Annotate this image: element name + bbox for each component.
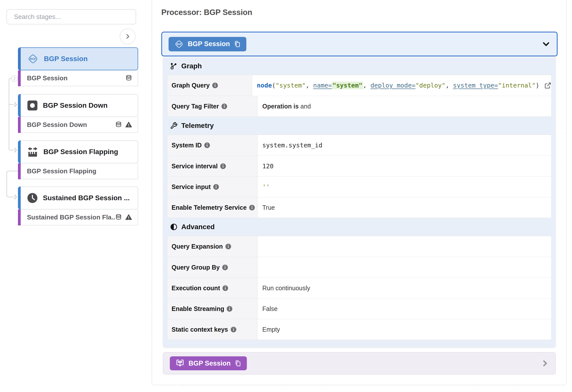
processor-output-strip[interactable]: BGP Session <box>163 352 556 375</box>
info-icon[interactable] <box>225 243 231 250</box>
section-title: Advanced <box>181 223 215 231</box>
info-icon[interactable] <box>204 142 210 148</box>
subrow-accent-bar <box>18 209 21 225</box>
service-interval-value: 120 <box>258 156 551 176</box>
external-link-icon[interactable] <box>544 82 551 89</box>
row-label: Execution count <box>172 285 220 292</box>
graph-query-value: node("system", name="system", deploy_mod… <box>252 75 551 96</box>
stage-card-sustained-bgp-session[interactable]: Sustained BGP Session ... <box>18 187 138 209</box>
database-icon <box>125 75 132 82</box>
processor-header[interactable]: BGP BGP Session <box>161 32 558 56</box>
telemetry-rows: System ID system.system_id Service inter… <box>167 135 552 218</box>
row-label: Graph Query <box>172 82 210 89</box>
graph-query-code: node("system", name="system", deploy_mod… <box>257 82 539 89</box>
enable-telemetry-value: True <box>258 197 551 218</box>
row-enable-streaming: Enable Streaming False <box>167 298 551 319</box>
stage-subrow-bgp-session[interactable]: BGP Session <box>18 70 138 86</box>
record-icon <box>27 100 38 111</box>
processor-chip-button[interactable]: BGP BGP Session <box>169 37 246 51</box>
row-label: Static context keys <box>172 326 228 333</box>
row-enable-telemetry-service: Enable Telemetry Service True <box>167 197 551 218</box>
output-chip-label: BGP Session <box>189 360 231 367</box>
stage-subrow-sustained-bgp-session[interactable]: Sustained BGP Session Fla... <box>18 209 138 225</box>
row-execution-count: Execution count Run continuously <box>167 278 551 298</box>
stage-title: BGP Session <box>44 55 88 63</box>
row-label: System ID <box>172 142 202 149</box>
chevron-right-icon[interactable] <box>541 359 549 367</box>
database-icon <box>115 214 122 221</box>
info-icon[interactable] <box>222 285 228 291</box>
stage-subrow-bgp-session-flapping[interactable]: BGP Session Flapping <box>18 163 138 179</box>
stage-title: BGP Session Flapping <box>43 148 118 156</box>
row-label: Query Tag Filter <box>172 103 219 110</box>
row-service-interval: Service interval 120 <box>167 156 551 176</box>
info-icon[interactable] <box>221 103 227 109</box>
row-label: Enable Streaming <box>172 305 224 312</box>
stage-card-bgp-session-down[interactable]: BGP Session Down <box>18 94 138 117</box>
subrow-label: Sustained BGP Session Fla... <box>27 213 115 221</box>
info-icon[interactable] <box>226 306 233 312</box>
row-label-cell: Execution count <box>167 278 258 298</box>
processor-detail-panel: Processor: BGP Session BGP BGP Session <box>152 0 567 385</box>
page-title: Processor: BGP Session <box>161 8 252 17</box>
database-icon <box>115 121 122 128</box>
section-title: Graph <box>181 62 202 70</box>
stage-accent-bar <box>18 140 21 163</box>
row-label-cell: Query Expansion <box>167 236 258 257</box>
warning-icon <box>125 214 132 221</box>
query-group-by-value <box>258 257 551 278</box>
info-icon[interactable] <box>213 184 219 190</box>
info-icon[interactable] <box>222 264 228 271</box>
info-icon[interactable] <box>249 204 255 211</box>
stage-card-bgp-session[interactable]: BGP BGP Session <box>18 47 138 70</box>
info-icon[interactable] <box>230 326 237 333</box>
row-label-cell: Enable Streaming <box>167 298 258 319</box>
collapse-sidebar-button[interactable] <box>120 28 136 44</box>
fan-out-icon <box>175 359 185 368</box>
search-input[interactable] <box>6 9 136 24</box>
stage-group-bgp-session: BGP BGP Session BGP Session <box>18 47 138 86</box>
stage-card-bgp-session-flapping[interactable]: BGP Session Flapping <box>18 140 138 163</box>
row-query-tag-filter: Query Tag Filter Operation is and <box>167 96 551 116</box>
info-icon[interactable] <box>220 163 226 169</box>
row-label-cell: Service interval <box>167 156 258 176</box>
static-context-keys-value: Empty <box>258 319 551 340</box>
chevron-down-icon[interactable] <box>542 40 550 48</box>
bgp-diamond-icon: BGP <box>174 39 184 49</box>
advanced-rows: Query Expansion Query Group By <box>167 236 552 340</box>
stage-group-bgp-session-flapping: BGP Session Flapping BGP Session Flappin… <box>18 140 138 179</box>
info-icon[interactable] <box>212 82 218 89</box>
stage-title: Sustained BGP Session ... <box>43 194 130 202</box>
row-query-expansion: Query Expansion <box>167 236 551 257</box>
graph-rows: Graph Query node("system", name="system"… <box>167 75 552 117</box>
operation-operand: and <box>299 103 311 110</box>
stage-group-sustained-bgp-session: Sustained BGP Session ... Sustained BGP … <box>18 187 138 225</box>
stage-accent-bar <box>18 47 21 70</box>
svg-text:BGP: BGP <box>30 57 36 60</box>
processor-chip-label: BGP Session <box>188 40 230 48</box>
copy-icon[interactable] <box>234 360 241 367</box>
stage-subrow-bgp-session-down[interactable]: BGP Session Down <box>18 117 138 133</box>
subrow-label: BGP Session <box>27 74 125 82</box>
row-system-id: System ID system.system_id <box>167 135 551 156</box>
row-query-group-by: Query Group By <box>167 257 551 278</box>
stage-group-bgp-session-down: BGP Session Down BGP Session Down <box>18 94 138 133</box>
subrow-accent-bar <box>18 117 21 133</box>
row-service-input: Service input '' <box>167 176 551 197</box>
copy-icon[interactable] <box>234 40 241 48</box>
stage-title: BGP Session Down <box>43 101 107 109</box>
execution-count-value: Run continuously <box>258 278 551 298</box>
output-chip-button[interactable]: BGP Session <box>170 356 247 370</box>
bgp-diamond-icon: BGP <box>27 53 39 65</box>
row-label: Query Expansion <box>172 243 223 250</box>
row-label: Query Group By <box>172 264 220 271</box>
row-label: Service input <box>172 183 211 191</box>
row-label-cell: Graph Query <box>167 75 252 96</box>
enable-streaming-value: False <box>258 298 551 319</box>
contrast-icon <box>170 223 178 231</box>
operation-text: Operation is <box>262 103 299 110</box>
subrow-label: BGP Session Down <box>27 121 115 129</box>
section-title: Telemetry <box>181 122 214 130</box>
svg-text:BGP: BGP <box>177 43 182 45</box>
section-header-graph: Graph <box>167 57 552 75</box>
